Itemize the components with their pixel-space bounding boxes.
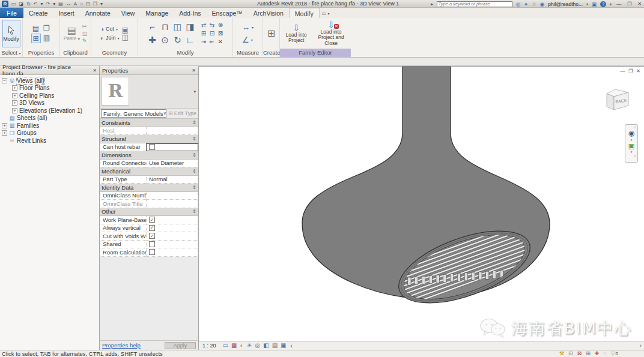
ribbon-display-toggle[interactable]: ▭ ▾ — [322, 11, 330, 18]
property-row-omniclass-title[interactable]: OmniClass Title — [100, 200, 198, 208]
design-options-icon[interactable]: ⊡ — [568, 350, 573, 357]
property-row-omniclass-number[interactable]: OmniClass Number — [100, 192, 198, 200]
shared-checkbox[interactable] — [149, 241, 155, 247]
paint-icon[interactable]: ▣ — [122, 27, 129, 33]
always-vertical-checkbox[interactable]: ✓ — [149, 225, 155, 231]
connector-icon[interactable]: ◫ — [122, 34, 129, 40]
zoom-caret-icon[interactable]: ▾ — [631, 150, 633, 154]
property-row-round-connector[interactable]: Round Connector ...Use Diameter — [100, 160, 198, 168]
load-into-project-and-close-button[interactable]: ⇩✕ Load into Project and Close — [313, 20, 349, 47]
viewcube[interactable]: BACK — [598, 82, 633, 116]
expand-box-icon[interactable]: + — [2, 123, 7, 128]
cut-geometry-button[interactable]: ◑Cut▾ — [100, 26, 120, 32]
copy-icon[interactable]: ⊙ — [159, 34, 171, 47]
section-toggle-icon[interactable]: ⇕ — [192, 209, 196, 214]
section-mechanical[interactable]: Mechanical⇕ — [100, 167, 198, 176]
text-icon[interactable]: A — [74, 1, 77, 7]
press-drag-icon[interactable]: ✚ — [595, 350, 600, 357]
undo-caret-icon[interactable]: ▾ — [41, 1, 43, 7]
section-structural[interactable]: Structural⇕ — [100, 135, 198, 143]
show-crop-region-icon[interactable]: ▤ — [272, 341, 278, 350]
property-row-shared[interactable]: Shared — [100, 241, 198, 249]
tree-item-sheets[interactable]: ▤Sheets (all) — [2, 115, 99, 122]
visual-style-icon[interactable]: ▦ — [231, 341, 237, 350]
split-element-icon[interactable]: ⇄ — [199, 21, 208, 29]
tree-item-ceiling-plans[interactable]: +Ceiling Plans — [2, 92, 99, 100]
modify-tool-button[interactable]: Modify — [2, 20, 20, 47]
pin-icon[interactable]: ⊡ — [208, 29, 216, 38]
view-restore-icon[interactable]: ❐ — [628, 68, 633, 74]
create-group-icon[interactable]: ⊞ — [267, 28, 275, 39]
signed-in-user[interactable]: phil@readtho... — [548, 1, 583, 7]
app-store-icon[interactable]: ▣ — [592, 1, 597, 7]
wheel-caret-icon[interactable]: ▾ — [631, 138, 633, 142]
default-3d-view-icon[interactable]: ⌂ — [80, 1, 83, 7]
tab-modify[interactable]: Modify — [289, 8, 320, 18]
switch-windows-icon[interactable]: ❐ — [93, 1, 97, 7]
section-toggle-icon[interactable]: ⇕ — [192, 185, 196, 190]
section-toggle-icon[interactable]: ⇕ — [192, 152, 196, 158]
crop-view-icon[interactable]: ◧ — [263, 341, 269, 350]
properties-help-link[interactable]: Properties help — [102, 342, 141, 349]
rendering-icon[interactable]: ◎ — [255, 341, 260, 350]
restore-button[interactable]: ❐ — [626, 1, 633, 7]
help-icon[interactable]: ? — [600, 1, 606, 7]
room-calculation-checkbox[interactable] — [149, 249, 155, 255]
redo-icon[interactable]: ↷ — [46, 1, 50, 7]
array-icon[interactable]: ⊞ — [199, 29, 208, 38]
match-type-icon[interactable]: ✎ — [82, 38, 88, 44]
infocenter-collapse-icon[interactable]: ▸ — [431, 2, 433, 7]
family-selector-combo[interactable]: Family: Generic Models∨ — [101, 109, 166, 118]
rotate-icon[interactable]: ↻ — [171, 34, 184, 47]
a360-icon[interactable]: ✦ — [524, 1, 528, 7]
family-types-icon[interactable]: ⊞ — [31, 34, 41, 43]
properties-palette-icon[interactable]: ▤ — [31, 24, 41, 32]
work-plane-based-checkbox[interactable]: ✓ — [149, 217, 155, 223]
measure-icon[interactable]: ↔ — [66, 1, 71, 7]
section-constraints[interactable]: Constraints⇕ — [100, 119, 198, 127]
tree-item-revit-links[interactable]: ∞Revit Links — [2, 137, 99, 145]
3d-view-canvas[interactable]: — ❐ ✕ BACK ⊙ ◉ ▾ ▣ ▾ ⊙ — [199, 66, 644, 341]
expand-box-icon[interactable]: + — [12, 85, 17, 91]
copy-to-clipboard-icon[interactable]: ◫ — [82, 31, 88, 37]
trim-corner-icon[interactable]: ∟ — [184, 34, 196, 47]
view-close-icon[interactable]: ✕ — [636, 68, 640, 74]
cut-with-voids-checkbox[interactable]: ✓ — [149, 233, 155, 239]
mirror-axis-icon[interactable]: ◫ — [171, 20, 184, 34]
property-row-part-type[interactable]: Part TypeNormal — [100, 176, 198, 184]
split-gap-icon[interactable]: ⇆ — [208, 21, 216, 29]
worksets-icon[interactable]: ⚒ — [559, 350, 564, 357]
revit-logo-icon[interactable]: R — [2, 1, 8, 7]
type-preview[interactable]: R ▾ — [100, 75, 198, 109]
expand-box-icon[interactable]: + — [12, 100, 17, 106]
viewbar-collapse-icon[interactable]: ‹ — [291, 343, 293, 349]
tab-annotate[interactable]: Annotate — [80, 8, 116, 18]
select-underlay-icon[interactable]: ◌ — [603, 350, 606, 357]
navbar-options-icon[interactable]: ⊙ — [634, 154, 636, 157]
search-input[interactable] — [437, 1, 512, 7]
section-icon[interactable]: ⊟ — [86, 1, 90, 7]
section-toggle-icon[interactable]: ⇕ — [192, 120, 196, 125]
favorites-star-icon[interactable]: ☆ — [532, 1, 536, 7]
section-other[interactable]: Other⇕ — [100, 208, 198, 217]
search-icon[interactable]: ◎ — [516, 1, 520, 7]
unpin-icon[interactable]: ⊠ — [216, 29, 225, 38]
property-row-can-host-rebar[interactable]: Can host rebar — [100, 143, 198, 152]
tree-item-families[interactable]: +▥Families — [2, 122, 99, 130]
measure-linear-button[interactable]: ↔▾ — [242, 23, 254, 32]
undo-icon[interactable]: ↶ — [34, 1, 38, 7]
tab-archvision[interactable]: ArchVision — [248, 8, 289, 18]
properties-close-icon[interactable]: ✕ — [192, 68, 196, 73]
select-panel-label[interactable]: Select ▾ — [0, 49, 22, 57]
property-row-room-calculation[interactable]: Room Calculation ... — [100, 248, 198, 257]
align-icon[interactable]: ⌐ — [146, 20, 159, 34]
property-row-work-plane-based[interactable]: Work Plane-Based✓ — [100, 216, 198, 224]
property-row-cut-with-voids[interactable]: Cut with Voids Wh...✓ — [100, 232, 198, 241]
project-browser-close-icon[interactable]: ✕ — [93, 68, 97, 73]
load-into-project-button[interactable]: ⇩ Load into Project — [282, 23, 311, 44]
navigation-bar[interactable]: ⊙ ◉ ▾ ▣ ▾ ⊙ — [625, 124, 638, 163]
pane-scroll-arrow-icon[interactable]: › — [640, 343, 642, 349]
user-menu-caret-icon[interactable]: ▾ — [586, 2, 588, 6]
section-dimensions[interactable]: Dimensions⇕ — [100, 151, 198, 160]
tab-create[interactable]: Create — [23, 8, 53, 18]
